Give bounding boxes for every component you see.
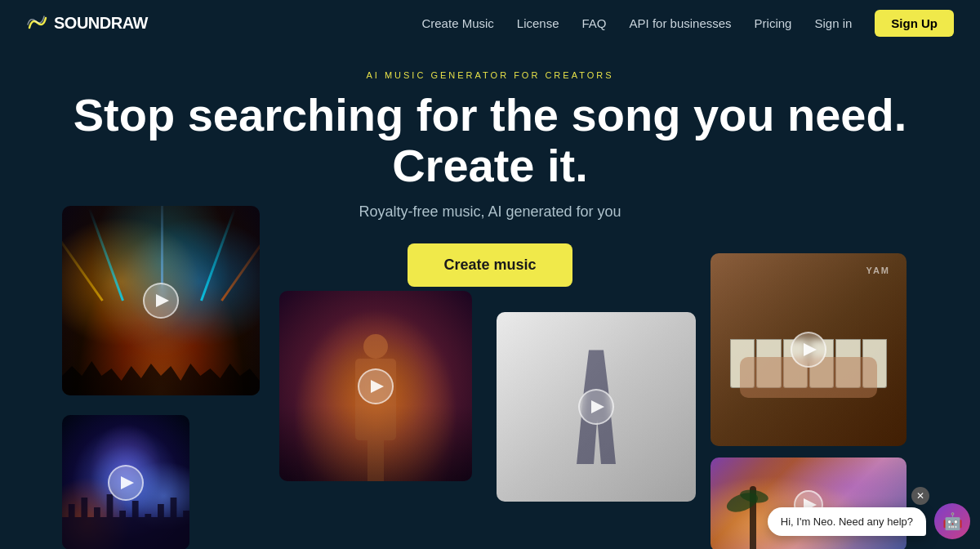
nav-api[interactable]: API for businesses: [630, 16, 732, 30]
play-button-city[interactable]: [108, 465, 144, 501]
card-city: [62, 415, 189, 549]
hero-section: AI MUSIC GENERATOR FOR CREATORS Stop sea…: [0, 46, 980, 313]
nav-pricing[interactable]: Pricing: [755, 16, 792, 30]
logo[interactable]: SOUNDRAW: [26, 11, 148, 34]
chat-message: Hi, I'm Neo. Need any help?: [768, 507, 926, 536]
nav-create-music[interactable]: Create Music: [421, 16, 493, 30]
hero-title-line2: Create it.: [392, 140, 588, 191]
nav-signup-button[interactable]: Sign Up: [875, 10, 954, 37]
hero-eyebrow: AI MUSIC GENERATOR FOR CREATORS: [0, 70, 980, 80]
navbar: SOUNDRAW Create Music License FAQ API fo…: [0, 0, 980, 46]
chat-avatar-icon: 🤖: [942, 511, 963, 531]
card-gradient-2: [279, 405, 472, 481]
logo-icon: [26, 11, 49, 34]
play-button-dancer[interactable]: [578, 389, 614, 425]
card-gradient: [62, 319, 260, 395]
chat-avatar[interactable]: 🤖: [934, 503, 970, 539]
hero-subtitle: Royalty-free music, AI generated for you: [0, 203, 980, 221]
brand-name: SOUNDRAW: [54, 14, 148, 33]
card-dancer: [497, 312, 696, 502]
create-music-button[interactable]: Create music: [408, 243, 572, 287]
play-button-piano[interactable]: [791, 332, 826, 368]
card-singer: [279, 291, 472, 481]
page-container: SOUNDRAW Create Music License FAQ API fo…: [0, 0, 980, 549]
hero-title: Stop searching for the song you need. Cr…: [0, 90, 980, 190]
nav-signin[interactable]: Sign in: [814, 16, 852, 30]
play-button-concert[interactable]: [143, 283, 179, 319]
nav-faq[interactable]: FAQ: [582, 16, 607, 30]
hero-eyebrow-text: AI MUSIC GENERATOR FOR: [366, 70, 545, 80]
hero-eyebrow-highlight: CREATORS: [545, 70, 613, 80]
chat-close-button[interactable]: ✕: [911, 487, 929, 505]
nav-license[interactable]: License: [517, 16, 559, 30]
chatbot-widget: ✕ Hi, I'm Neo. Need any help? 🤖: [768, 503, 970, 539]
nav-links: Create Music License FAQ API for busines…: [421, 10, 954, 37]
hero-title-line1: Stop searching for the song you need.: [74, 89, 907, 141]
play-button-singer[interactable]: [358, 368, 394, 404]
